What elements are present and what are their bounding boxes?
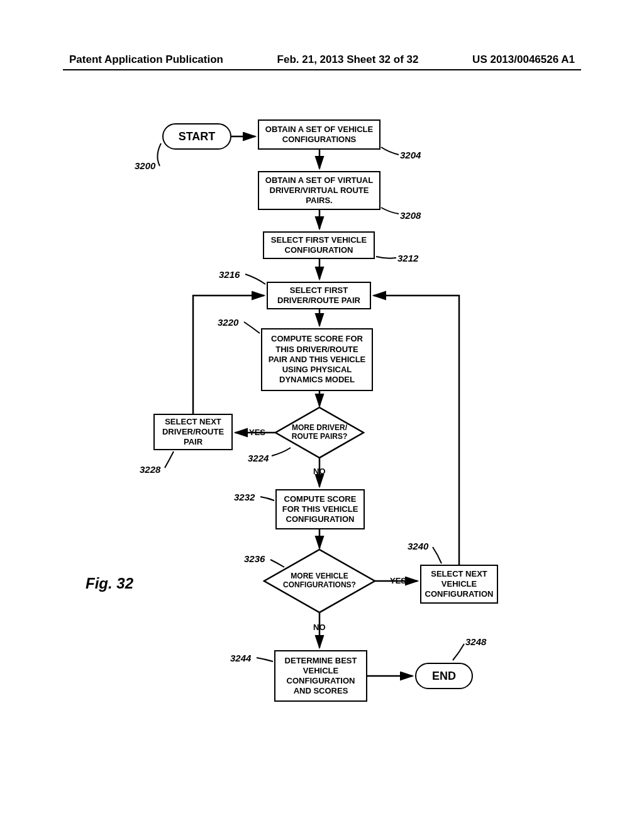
svg-text:MORE VEHICLE: MORE VEHICLE [291,572,348,580]
ref-3236: 3236 [244,553,265,564]
header-center: Feb. 21, 2013 Sheet 32 of 32 [277,53,419,66]
ref-3240: 3240 [408,541,428,551]
box-select-next-vehicle: SELECT NEXT VEHICLE CONFIGURATION [420,565,498,604]
label-3220: COMPUTE SCORE FOR THIS DRIVER/ROUTE PAIR… [266,334,368,385]
page-header: Patent Application Publication Feb. 21, … [0,53,644,66]
label-3228: SELECT NEXT DRIVER/ROUTE PAIR [158,417,228,448]
ref-3232: 3232 [234,492,255,502]
label-3244: DETERMINE BEST VEHICLE CONFIGURATION AND… [279,656,362,697]
label-3216: SELECT FIRST DRIVER/ROUTE PAIR [272,285,366,306]
header-right: US 2013/0046526 A1 [472,53,575,66]
box-select-first-vehicle: SELECT FIRST VEHICLE CONFIGURATION [263,231,375,259]
svg-marker-12 [264,550,375,612]
label-3208: OBTAIN A SET OF VIRTUAL DRIVER/VIRTUAL R… [263,175,375,206]
box-select-next-driver-route: SELECT NEXT DRIVER/ROUTE PAIR [153,414,233,450]
header-left: Patent Application Publication [69,53,223,66]
ref-3208: 3208 [400,210,421,221]
ref-3244: 3244 [230,653,251,663]
label-3212: SELECT FIRST VEHICLE CONFIGURATION [268,235,370,256]
edge-yes-1: YES [249,428,265,437]
svg-text:ROUTE PAIRS?: ROUTE PAIRS? [292,432,347,441]
ref-3224: 3224 [248,453,269,463]
ref-3212: 3212 [397,253,418,263]
box-select-first-driver-route: SELECT FIRST DRIVER/ROUTE PAIR [267,282,371,309]
svg-text:MORE DRIVER/: MORE DRIVER/ [292,423,348,432]
ref-3248: 3248 [465,636,486,647]
edge-no-2: NO [313,622,326,632]
label-3232: COMPUTE SCORE FOR THIS VEHICLE CONFIGURA… [280,494,360,525]
svg-marker-6 [275,407,364,458]
flowchart: START OBTAIN A SET OF VEHICLE CONFIGURAT… [0,119,644,748]
box-compute-score-pair: COMPUTE SCORE FOR THIS DRIVER/ROUTE PAIR… [261,328,373,391]
box-obtain-vehicle-configs: OBTAIN A SET OF VEHICLE CONFIGURATIONS [258,119,380,150]
start-label: START [179,130,216,144]
end-label: END [432,669,456,683]
ref-3220: 3220 [218,317,238,328]
svg-text:CONFIGURATIONS?: CONFIGURATIONS? [283,580,356,589]
start-terminator: START [162,123,231,150]
ref-3216: 3216 [219,269,240,280]
edge-yes-2: YES [390,576,406,585]
ref-3200: 3200 [135,160,155,171]
label-3240: SELECT NEXT VEHICLE CONFIGURATION [425,569,494,600]
end-terminator: END [415,663,473,689]
label-3204: OBTAIN A SET OF VEHICLE CONFIGURATIONS [263,124,375,145]
box-determine-best: DETERMINE BEST VEHICLE CONFIGURATION AND… [274,650,367,702]
header-rule [63,69,581,70]
box-obtain-driver-route-pairs: OBTAIN A SET OF VIRTUAL DRIVER/VIRTUAL R… [258,171,380,210]
ref-3228: 3228 [140,464,160,475]
figure-caption: Fig. 32 [86,575,133,592]
ref-3204: 3204 [400,150,421,160]
box-compute-score-vehicle: COMPUTE SCORE FOR THIS VEHICLE CONFIGURA… [275,489,365,529]
edge-no-1: NO [313,467,326,476]
